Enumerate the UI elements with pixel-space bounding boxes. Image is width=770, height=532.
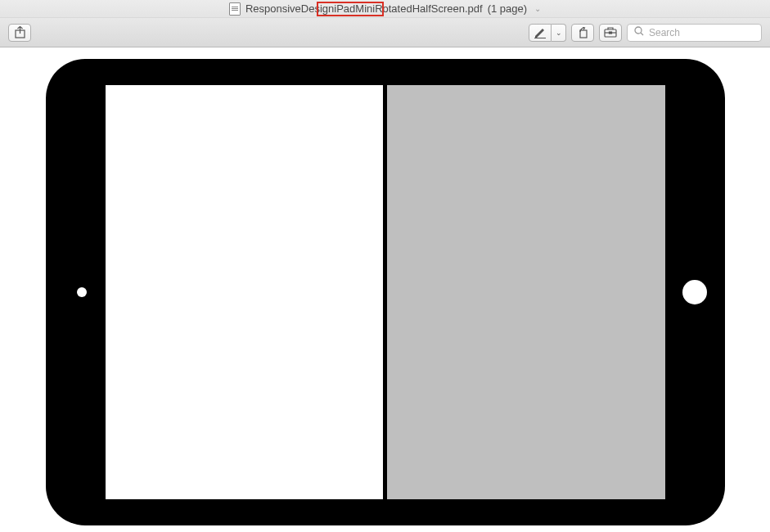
search-icon [634, 26, 644, 38]
pdf-viewport[interactable] [0, 47, 770, 532]
toolbox-icon [604, 27, 617, 38]
window-title-filename: ResponsiveDesigniPadMiniRotatedHalfScree… [245, 2, 483, 15]
ipad-home-button [682, 280, 707, 304]
pencil-icon [534, 27, 546, 38]
svg-rect-3 [610, 32, 612, 34]
svg-rect-1 [580, 30, 587, 38]
chevron-down-icon: ⌄ [556, 29, 562, 37]
markup-button[interactable] [529, 24, 552, 42]
split-pane-right [387, 85, 665, 499]
toolbar-left-group [8, 24, 31, 42]
chevron-down-icon[interactable]: ⌄ [534, 4, 541, 13]
svg-point-4 [635, 27, 642, 34]
toolbar-right-group: ⌄ [529, 24, 762, 42]
window-titlebar: ResponsiveDesigniPadMiniRotatedHalfScree… [0, 0, 770, 18]
document-icon [229, 2, 241, 16]
ipad-screen [106, 85, 665, 499]
toolbar: ⌄ [0, 18, 770, 47]
window-title-pageinfo: (1 page) [488, 2, 527, 15]
rotate-button[interactable] [571, 24, 594, 42]
markup-dropdown-button[interactable]: ⌄ [552, 24, 566, 42]
share-button[interactable] [8, 24, 31, 42]
split-pane-left [106, 85, 384, 499]
ipad-device-mockup [46, 59, 725, 525]
ipad-camera-dot [77, 287, 87, 297]
toolbox-button[interactable] [599, 24, 622, 42]
rotate-icon [577, 27, 588, 38]
search-field[interactable] [627, 24, 762, 42]
search-input[interactable] [649, 27, 754, 38]
markup-button-group: ⌄ [529, 24, 566, 42]
share-icon [15, 26, 25, 38]
